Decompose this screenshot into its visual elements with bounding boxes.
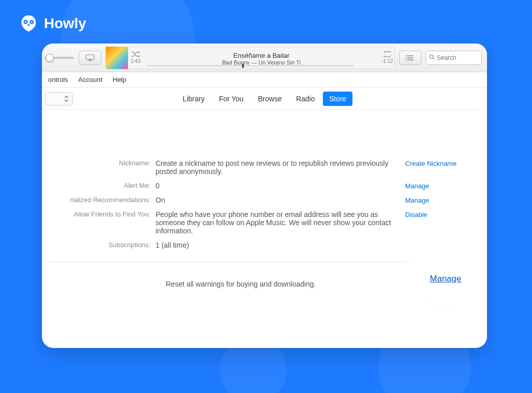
search-icon [429, 54, 435, 61]
value-allow-friends: People who have your phone number or ema… [156, 210, 405, 235]
row-personalized-recommendations: nalized Recommendations: On Manage [48, 193, 472, 207]
row-nickname: Nickname: Create a nickname to post new … [48, 156, 472, 179]
svg-point-2 [25, 21, 26, 23]
spotlight-highlight: Manage [417, 251, 474, 307]
volume-zone [44, 51, 101, 65]
svg-line-9 [433, 58, 434, 59]
menu-controls[interactable]: ontrols [43, 76, 73, 83]
tab-library[interactable]: Library [176, 92, 211, 106]
link-disable-friends[interactable]: Disable [405, 211, 427, 219]
howly-logo: Howly [18, 13, 86, 34]
value-subscriptions: 1 (all time) [156, 241, 405, 249]
now-playing-lcd: 1:43 Enséñame a Bailar Bad Bunny — Un Ve… [105, 47, 395, 69]
brand-name: Howly [44, 15, 86, 32]
tab-for-you[interactable]: For You [213, 92, 250, 106]
repeat-icon [383, 51, 392, 57]
value-nickname: Create a nickname to post new reviews or… [156, 159, 405, 176]
link-manage-alerts[interactable]: Manage [405, 182, 429, 190]
itunes-window: 1:43 Enséñame a Bailar Bad Bunny — Un Ve… [42, 43, 487, 348]
list-view-button[interactable] [399, 51, 422, 65]
label-subscriptions: Subscriptions: [48, 241, 156, 249]
value-recommendations: On [156, 196, 405, 204]
shuffle-button[interactable]: 1:43 [128, 47, 143, 69]
label-allow-friends: Allow Friends to Find You: [48, 210, 156, 235]
row-subscriptions: Subscriptions: 1 (all time) [48, 238, 472, 252]
owl-icon [18, 13, 39, 34]
svg-rect-4 [86, 55, 94, 59]
value-alert-me: 0 [156, 182, 405, 190]
row-reset-warnings: Reset all warnings for buying and downlo… [48, 262, 472, 290]
volume-slider[interactable] [44, 57, 74, 59]
chevron-updown-icon [64, 95, 69, 102]
album-art[interactable] [106, 47, 128, 69]
progress-bar[interactable] [147, 65, 353, 67]
volume-knob[interactable] [46, 54, 54, 62]
row-allow-friends: Allow Friends to Find You: People who ha… [48, 207, 472, 238]
remaining-time: -1:12 [380, 58, 395, 64]
list-icon [406, 55, 415, 61]
elapsed-time: 1:43 [128, 58, 142, 64]
link-manage-subscriptions[interactable]: Manage [430, 274, 461, 284]
svg-point-5 [406, 55, 407, 56]
svg-point-8 [430, 55, 433, 58]
search-input[interactable]: Search [426, 51, 482, 65]
airplay-button[interactable] [79, 51, 101, 65]
media-picker-dropdown[interactable] [45, 92, 73, 105]
progress-knob[interactable] [242, 63, 244, 68]
svg-point-6 [406, 57, 407, 58]
menu-bar: ontrols Account Help [42, 72, 487, 88]
row-alert-me: Alert Me: 0 Manage [48, 179, 472, 193]
label-recommendations: nalized Recommendations: [48, 196, 156, 204]
tab-radio[interactable]: Radio [290, 92, 321, 106]
label-alert-me: Alert Me: [48, 182, 156, 190]
song-title: Enséñame a Bailar [143, 52, 380, 59]
menu-account[interactable]: Account [73, 76, 107, 83]
nav-tabs: Library For You Browse Radio Store [176, 92, 352, 106]
tab-browse[interactable]: Browse [252, 92, 288, 106]
airplay-icon [85, 54, 95, 61]
svg-point-3 [31, 21, 32, 23]
shuffle-icon [131, 51, 140, 57]
label-nickname: Nickname: [48, 159, 156, 176]
search-placeholder: Search [437, 54, 456, 61]
player-bar: 1:43 Enséñame a Bailar Bad Bunny — Un Ve… [42, 43, 487, 72]
link-create-nickname[interactable]: Create Nickname [405, 160, 456, 167]
svg-point-7 [406, 59, 407, 60]
menu-help[interactable]: Help [107, 76, 131, 83]
repeat-button[interactable]: -1:12 [380, 47, 394, 69]
account-settings: Nickname: Create a nickname to post new … [42, 110, 487, 290]
nav-bar: Library For You Browse Radio Store [42, 88, 487, 110]
lcd-center: Enséñame a Bailar Bad Bunny — Un Verano … [143, 50, 380, 66]
reset-warnings-text: Reset all warnings for buying and downlo… [166, 280, 419, 288]
tab-store[interactable]: Store [323, 92, 352, 106]
link-manage-recommendations[interactable]: Manage [405, 196, 429, 204]
